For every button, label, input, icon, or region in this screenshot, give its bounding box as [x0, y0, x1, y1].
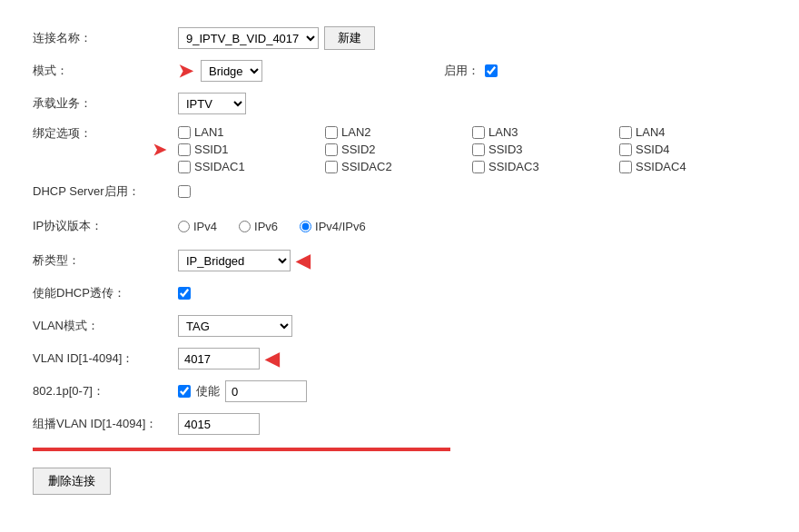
- ip-version-content: IPv4 IPv6 IPv4/IPv6: [178, 220, 766, 233]
- enable-checkbox[interactable]: [485, 64, 498, 77]
- dot1p-enable-checkbox[interactable]: [178, 385, 191, 398]
- dhcp-server-content: [178, 185, 766, 198]
- lan3-checkbox[interactable]: [472, 126, 485, 139]
- vlan-mode-select[interactable]: TAG UNTAG TRANSPARENT: [178, 315, 292, 337]
- ipv4ipv6-radio[interactable]: [300, 221, 311, 232]
- vlan-mode-content: TAG UNTAG TRANSPARENT: [178, 315, 766, 337]
- multicast-vlan-input[interactable]: [178, 413, 260, 435]
- mode-label: 模式：: [33, 63, 178, 79]
- ssid2-label: SSID2: [341, 143, 376, 156]
- ssidac1-item: SSIDAC1: [178, 160, 325, 173]
- ssid2-checkbox[interactable]: [325, 143, 338, 156]
- ssid4-item: SSID4: [619, 143, 766, 156]
- mode-row: 模式： ➤ Bridge Route 启用：: [33, 56, 766, 85]
- ssidac3-checkbox[interactable]: [472, 161, 485, 173]
- ssidac1-label: SSIDAC1: [194, 160, 245, 173]
- delete-button[interactable]: 删除连接: [33, 468, 111, 495]
- dot1p-enable-label: 使能: [196, 383, 220, 399]
- mode-select[interactable]: Bridge Route: [201, 60, 262, 82]
- lan2-label: LAN2: [341, 125, 371, 139]
- ssid4-label: SSID4: [636, 143, 670, 156]
- service-content: IPTV Internet VoIP: [178, 93, 766, 114]
- lan4-item: LAN4: [619, 125, 766, 139]
- form-container: 连接名称： 9_IPTV_B_VID_4017 新建 模式： ➤ Bridge …: [15, 15, 784, 504]
- enable-label: 启用：: [444, 63, 479, 79]
- dot1p-value-input[interactable]: [225, 380, 307, 402]
- ssid2-item: SSID2: [325, 143, 472, 156]
- arrow-mode-icon: ➤: [178, 60, 193, 82]
- ssidac2-item: SSIDAC2: [325, 160, 472, 173]
- connection-name-select[interactable]: 9_IPTV_B_VID_4017: [178, 27, 319, 49]
- bridge-type-select[interactable]: IP_Bridged PPPoE_Bridged: [178, 250, 291, 271]
- ssid3-label: SSID3: [488, 143, 523, 156]
- dot1p-label: 802.1p[0-7]：: [33, 383, 178, 399]
- bridge-type-row: 桥类型： IP_Bridged PPPoE_Bridged ◀: [33, 246, 766, 275]
- ssidac4-checkbox[interactable]: [619, 161, 632, 173]
- lan2-checkbox[interactable]: [325, 126, 338, 139]
- ssidac2-label: SSIDAC2: [341, 160, 392, 173]
- connection-name-content: 9_IPTV_B_VID_4017 新建: [178, 26, 766, 50]
- ipv4-label: IPv4: [193, 220, 217, 233]
- new-button[interactable]: 新建: [324, 26, 375, 50]
- ssidac1-checkbox[interactable]: [178, 161, 191, 173]
- binding-checkboxes: LAN1 LAN2 LAN3 LAN4 ➤ SSID1: [178, 125, 766, 173]
- dhcp-pass-row: 使能DHCP透传：: [33, 279, 766, 308]
- ssidac3-label: SSIDAC3: [488, 160, 539, 173]
- vlan-mode-label: VLAN模式：: [33, 318, 178, 334]
- ip-version-radio-group: IPv4 IPv6 IPv4/IPv6: [178, 220, 366, 233]
- ssidac4-label: SSIDAC4: [636, 160, 686, 173]
- ipv4-radio[interactable]: [178, 221, 190, 232]
- dhcp-pass-checkbox[interactable]: [178, 287, 191, 300]
- lan3-item: LAN3: [472, 125, 619, 139]
- multicast-vlan-content: [178, 413, 766, 435]
- dhcp-server-checkbox[interactable]: [178, 185, 191, 198]
- ipv6-label: IPv6: [254, 220, 278, 233]
- dhcp-pass-content: [178, 287, 766, 300]
- ssid1-label: SSID1: [194, 143, 229, 156]
- binding-content: LAN1 LAN2 LAN3 LAN4 ➤ SSID1: [178, 125, 766, 173]
- vlan-id-row: VLAN ID[1-4094]： ◀: [33, 344, 766, 373]
- dhcp-server-label: DHCP Server启用：: [33, 183, 178, 200]
- ipv6-radio-item: IPv6: [239, 220, 278, 233]
- ssid1-item: ➤ SSID1: [178, 143, 325, 156]
- connection-name-row: 连接名称： 9_IPTV_B_VID_4017 新建: [33, 24, 766, 53]
- arrow-bridge-type-icon: ◀: [296, 250, 310, 271]
- dot1p-row: 802.1p[0-7]： 使能: [33, 377, 766, 406]
- vlan-id-input[interactable]: [178, 348, 260, 369]
- binding-row: 绑定选项： LAN1 LAN2 LAN3 LAN4: [33, 122, 766, 173]
- ipv4ipv6-label: IPv4/IPv6: [315, 220, 366, 233]
- mode-content: ➤ Bridge Route 启用：: [178, 60, 766, 82]
- ssid4-checkbox[interactable]: [619, 143, 632, 156]
- lan1-item: LAN1: [178, 125, 325, 139]
- ssid1-checkbox[interactable]: [178, 143, 191, 156]
- lan1-label: LAN1: [194, 125, 224, 139]
- ipv6-radio[interactable]: [239, 221, 251, 232]
- lan4-checkbox[interactable]: [619, 126, 632, 139]
- vlan-id-content: ◀: [178, 348, 766, 369]
- ssid3-checkbox[interactable]: [472, 143, 485, 156]
- lan1-checkbox[interactable]: [178, 126, 191, 139]
- ssid3-item: SSID3: [472, 143, 619, 156]
- multicast-vlan-label: 组播VLAN ID[1-4094]：: [33, 416, 178, 432]
- connection-name-label: 连接名称：: [33, 30, 178, 46]
- multicast-vlan-row: 组播VLAN ID[1-4094]：: [33, 409, 766, 438]
- lan4-label: LAN4: [636, 125, 666, 139]
- dot1p-content: 使能: [178, 380, 766, 402]
- ipv4-radio-item: IPv4: [178, 220, 217, 233]
- bridge-type-label: 桥类型：: [33, 252, 178, 269]
- lan3-label: LAN3: [488, 125, 518, 139]
- service-row: 承载业务： IPTV Internet VoIP: [33, 89, 766, 118]
- red-divider: [33, 448, 450, 451]
- arrow-vlan-id-icon: ◀: [265, 348, 279, 369]
- ipv4ipv6-radio-item: IPv4/IPv6: [300, 220, 366, 233]
- ssidac2-checkbox[interactable]: [325, 161, 338, 173]
- vlan-id-label: VLAN ID[1-4094]：: [33, 350, 178, 367]
- dhcp-pass-label: 使能DHCP透传：: [33, 285, 178, 301]
- vlan-mode-row: VLAN模式： TAG UNTAG TRANSPARENT: [33, 311, 766, 340]
- lan2-item: LAN2: [325, 125, 472, 139]
- arrow-ssid-icon: ➤: [153, 140, 166, 160]
- ssidac4-item: SSIDAC4: [619, 160, 766, 173]
- service-select[interactable]: IPTV Internet VoIP: [178, 93, 246, 114]
- ssidac3-item: SSIDAC3: [472, 160, 619, 173]
- bridge-type-content: IP_Bridged PPPoE_Bridged ◀: [178, 250, 766, 271]
